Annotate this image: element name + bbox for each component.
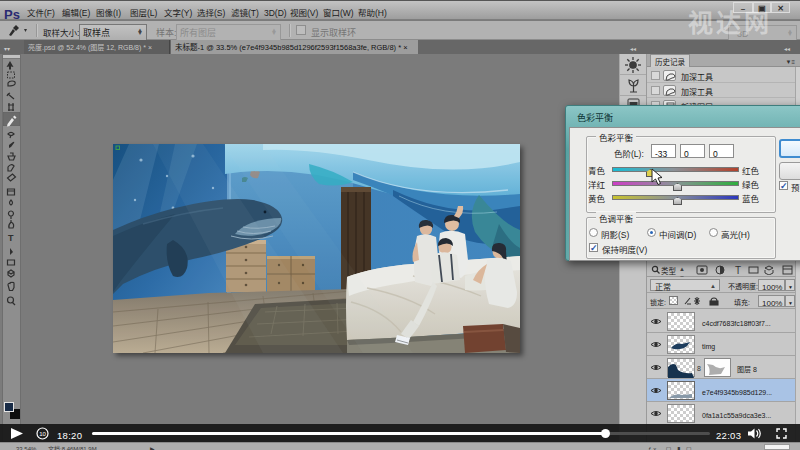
svg-text:T: T [8, 233, 14, 243]
svg-text:T: T [735, 265, 741, 275]
svg-text:10: 10 [39, 431, 46, 437]
